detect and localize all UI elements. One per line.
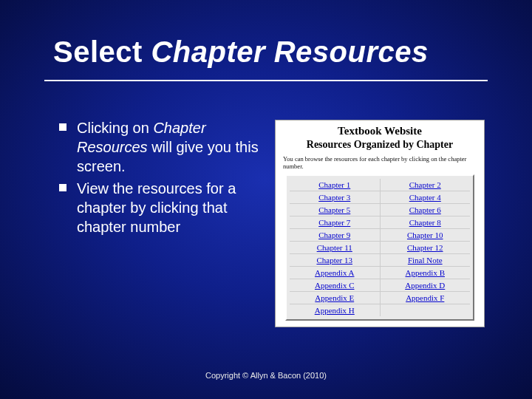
table-row: Appendix H [290,304,470,316]
chapter-link[interactable]: Chapter 13 [290,254,381,266]
table-row: Chapter 9 Chapter 10 [290,228,470,241]
table-row: Appendix E Appendix F [290,291,470,304]
chapter-link[interactable]: Chapter 2 [381,179,471,191]
chapter-link[interactable]: Appendix H [290,304,381,316]
chapter-link[interactable]: Chapter 7 [290,216,381,228]
chapter-link[interactable]: Chapter 9 [290,229,381,241]
screenshot-blurb: You can browse the resources for each ch… [283,155,477,170]
chapter-link[interactable]: Appendix B [381,267,471,279]
chapter-link[interactable]: Chapter 3 [290,191,381,203]
table-row: Appendix C Appendix D [290,279,470,291]
chapter-link[interactable]: Appendix E [290,292,381,304]
bullet-text: Clicking on Chapter Resources will give … [77,118,266,176]
chapter-link[interactable]: Appendix F [381,292,471,304]
chapter-link[interactable]: Chapter 8 [381,216,471,228]
bullet-list: Clicking on Chapter Resources will give … [59,118,266,239]
chapter-grid: Chapter 1 Chapter 2 Chapter 3 Chapter 4 … [285,174,474,321]
title-italic: Chapter Resources [151,35,428,68]
copyright-footer: Copyright © Allyn & Bacon (2010) [0,371,532,380]
screenshot-subtitle: Resources Organized by Chapter [280,139,480,151]
bullet-text-pre: View the resources for a chapter by clic… [77,180,236,235]
table-row: Chapter 3 Chapter 4 [290,191,470,203]
table-row: Chapter 1 Chapter 2 [290,179,470,191]
embedded-screenshot: Textbook Website Resources Organized by … [275,120,485,327]
slide-title: Select Chapter Resources [53,35,429,69]
bullet-icon [59,184,66,191]
title-underline [44,80,488,81]
chapter-link[interactable]: Chapter 6 [381,204,471,216]
table-row: Chapter 5 Chapter 6 [290,203,470,216]
table-row: Chapter 13 Final Note [290,253,470,266]
bullet-icon [59,123,66,131]
list-item: View the resources for a chapter by clic… [59,179,266,236]
chapter-link[interactable]: Final Note [381,254,471,266]
empty-cell [381,304,471,316]
bullet-text-pre: Clicking on [77,120,153,136]
chapter-link[interactable]: Appendix A [290,267,381,279]
list-item: Clicking on Chapter Resources will give … [59,118,266,176]
screenshot-title: Textbook Website [280,125,480,137]
chapter-link[interactable]: Chapter 10 [381,229,471,241]
chapter-link[interactable]: Appendix C [290,279,381,291]
table-row: Chapter 11 Chapter 12 [290,241,470,253]
table-row: Appendix A Appendix B [290,266,470,279]
table-row: Chapter 7 Chapter 8 [290,216,470,228]
chapter-link[interactable]: Chapter 5 [290,204,381,216]
chapter-link[interactable]: Chapter 4 [381,191,471,203]
chapter-link[interactable]: Chapter 11 [290,242,381,253]
title-prefix: Select [53,35,151,68]
chapter-link[interactable]: Chapter 12 [381,242,471,253]
chapter-link[interactable]: Appendix D [381,279,471,291]
chapter-link[interactable]: Chapter 1 [290,179,381,191]
bullet-text: View the resources for a chapter by clic… [77,179,266,236]
